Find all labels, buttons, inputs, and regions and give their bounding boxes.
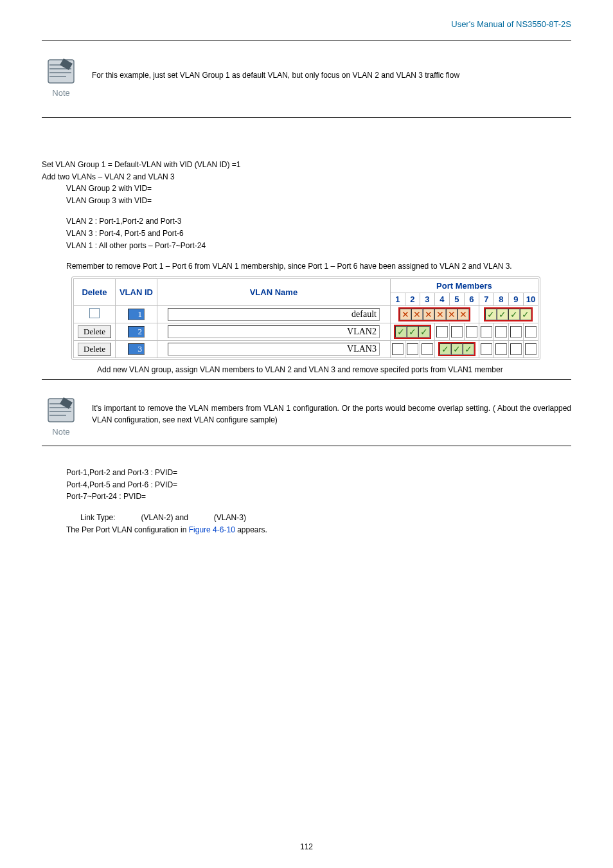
port-member-checkbox[interactable]: ✓ [407, 326, 418, 338]
port-member-checkbox[interactable]: ✓ [395, 326, 407, 338]
vlan-name-input[interactable] [168, 343, 380, 356]
port-member-checkbox[interactable]: · [481, 326, 492, 338]
port-member-checkbox[interactable]: ✓ [463, 343, 474, 355]
port-member-checkbox[interactable]: · [525, 326, 537, 338]
note-text: For this example, just set VLAN Group 1 … [92, 69, 459, 81]
table-row: Delete · · · ✓✓✓ · · · · [74, 340, 538, 357]
setup-line: VLAN 2 : Port-1,Port-2 and Port-3 [66, 215, 571, 228]
conf-suffix: appears. [235, 525, 267, 534]
delete-checkbox[interactable] [89, 308, 100, 318]
vlan-id-input[interactable] [128, 326, 145, 338]
table-row: Delete ✓✓✓ · · · · · · · [74, 323, 538, 340]
port-head: 6 [464, 293, 479, 305]
port-member-checkbox[interactable]: · [422, 343, 433, 355]
note-icon: Note [42, 53, 80, 98]
port-member-checkbox[interactable]: · [495, 326, 507, 338]
col-portmembers: Port Members [390, 278, 538, 293]
port-member-checkbox[interactable]: · [451, 326, 463, 338]
port-member-checkbox[interactable]: ✓ [440, 343, 451, 355]
port-member-checkbox[interactable]: ✓ [451, 343, 463, 355]
highlight-box: ✓✓✓ [438, 342, 475, 356]
col-delete: Delete [74, 278, 116, 305]
setup-remember: Remember to remove Port 1 – Port 6 from … [66, 260, 571, 273]
port-member-checkbox[interactable]: · [436, 326, 448, 338]
port-member-checkbox[interactable]: ✓ [508, 309, 520, 320]
port-member-checkbox[interactable]: · [407, 343, 418, 355]
port-head: 9 [508, 293, 523, 305]
port-head: 10 [523, 293, 538, 305]
port-member-checkbox[interactable]: ✕ [411, 309, 423, 320]
port-member-checkbox[interactable]: · [525, 343, 537, 355]
vlan-name-input[interactable] [168, 308, 380, 321]
divider [42, 379, 571, 380]
note-label: Note [52, 88, 69, 98]
port-member-checkbox[interactable]: ✓ [497, 309, 508, 320]
highlight-box: ✓✓✓ [394, 325, 431, 339]
setup-line: Set VLAN Group 1 = Default-VLAN with VID… [42, 159, 571, 171]
note-block-1: Note For this example, just set VLAN Gro… [42, 53, 571, 98]
linktype-line: Link Type: (VLAN-2) and (VLAN-3) [80, 512, 571, 524]
vlan-table: Delete VLAN ID VLAN Name Port Members 1 … [73, 278, 538, 358]
port-head: 3 [420, 293, 434, 305]
port-member-checkbox[interactable]: ✓ [520, 309, 531, 320]
pvid-line: Port-4,Port-5 and Port-6 : PVID= [66, 479, 571, 491]
port-head: 1 [390, 293, 405, 305]
linktype-conf: The Per Port VLAN configuration in Figur… [66, 524, 571, 536]
vlan-id-input[interactable] [128, 309, 145, 320]
page-number: 112 [0, 842, 613, 851]
delete-button[interactable]: Delete [78, 343, 111, 356]
port-member-checkbox[interactable]: · [495, 343, 507, 355]
note-block-2: Note It's important to remove the VLAN m… [42, 392, 571, 437]
figure-caption: Add new VLAN group, assign VLAN members … [97, 365, 571, 375]
col-vlanname: VLAN Name [157, 278, 390, 305]
pvid-line: Port-7~Port-24 : PVID= [66, 491, 571, 503]
page-header: User's Manual of NS3550-8T-2S [42, 19, 571, 29]
highlight-box: ✓✓✓✓ [484, 307, 533, 321]
port-head: 4 [434, 293, 449, 305]
figure-reference-link[interactable]: Figure 4-6-10 [189, 525, 235, 534]
port-member-checkbox[interactable]: ✕ [423, 309, 434, 320]
table-row: ✕✕✕✕✕✕ ✓✓✓✓ [74, 305, 538, 323]
col-vlanid: VLAN ID [115, 278, 157, 305]
conf-prefix: The Per Port VLAN configuration in [66, 525, 189, 534]
divider [42, 41, 571, 41]
pvid-line: Port-1,Port-2 and Port-3 : PVID= [66, 467, 571, 479]
vlan-table-figure: Delete VLAN ID VLAN Name Port Members 1 … [71, 276, 571, 362]
vlan-name-input[interactable] [168, 325, 380, 338]
port-member-checkbox[interactable]: ✕ [400, 309, 411, 320]
port-member-checkbox[interactable]: · [392, 343, 404, 355]
note-label: Note [52, 427, 69, 437]
setup-text: Set VLAN Group 1 = Default-VLAN with VID… [42, 159, 571, 273]
port-member-checkbox[interactable]: · [481, 343, 492, 355]
port-head: 8 [493, 293, 508, 305]
note-text: It's important to remove the VLAN member… [92, 402, 571, 426]
port-member-checkbox[interactable]: ✕ [458, 309, 469, 320]
vlan-id-input[interactable] [128, 343, 145, 355]
setup-line: VLAN Group 2 with VID= [66, 183, 571, 195]
divider [42, 117, 571, 118]
port-head: 5 [449, 293, 464, 305]
setup-line: Add two VLANs – VLAN 2 and VLAN 3 [42, 171, 571, 183]
setup-line: VLAN 1 : All other ports – Port-7~Port-2… [66, 240, 571, 252]
port-member-checkbox[interactable]: ✕ [446, 309, 458, 320]
port-member-checkbox[interactable]: · [510, 326, 522, 338]
port-member-checkbox[interactable]: ✓ [418, 326, 430, 338]
divider [42, 446, 571, 446]
note-icon: Note [42, 392, 80, 437]
setup-line: VLAN 3 : Port-4, Port-5 and Port-6 [66, 228, 571, 240]
port-member-checkbox[interactable]: · [510, 343, 522, 355]
port-head: 2 [405, 293, 420, 305]
port-member-checkbox[interactable]: · [466, 326, 477, 338]
delete-button[interactable]: Delete [78, 325, 111, 338]
port-member-checkbox[interactable]: ✓ [485, 309, 497, 320]
highlight-box: ✕✕✕✕✕✕ [398, 307, 470, 321]
port-member-checkbox[interactable]: ✕ [434, 309, 446, 320]
port-head: 7 [479, 293, 493, 305]
setup-line: VLAN Group 3 with VID= [66, 195, 571, 207]
